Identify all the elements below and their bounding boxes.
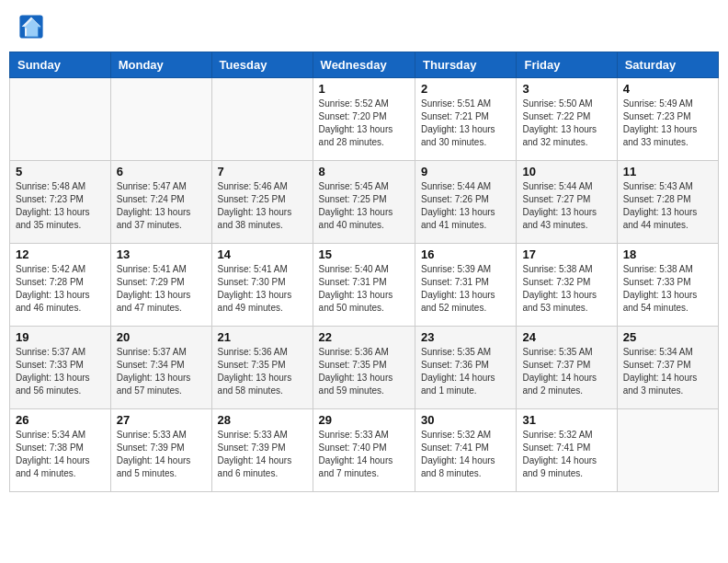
day-number: 15 — [319, 247, 409, 261]
day-info: Sunrise: 5:33 AM Sunset: 7:39 PM Dayligh… — [117, 429, 206, 480]
day-info: Sunrise: 5:52 AM Sunset: 7:20 PM Dayligh… — [319, 98, 409, 149]
day-number: 30 — [421, 413, 510, 427]
day-number: 31 — [522, 413, 610, 427]
day-number: 19 — [16, 330, 105, 344]
day-info: Sunrise: 5:43 AM Sunset: 7:28 PM Dayligh… — [623, 180, 712, 232]
calendar-cell: 22Sunrise: 5:36 AM Sunset: 7:35 PM Dayli… — [313, 327, 415, 409]
weekday-header-sunday: Sunday — [10, 52, 111, 78]
day-info: Sunrise: 5:51 AM Sunset: 7:21 PM Dayligh… — [421, 98, 510, 149]
day-info: Sunrise: 5:44 AM Sunset: 7:26 PM Dayligh… — [421, 180, 510, 232]
calendar-cell: 28Sunrise: 5:33 AM Sunset: 7:39 PM Dayli… — [211, 409, 313, 492]
calendar-cell: 10Sunrise: 5:44 AM Sunset: 7:27 PM Dayli… — [517, 161, 617, 244]
day-number: 12 — [16, 247, 105, 261]
calendar-cell — [211, 78, 313, 161]
day-number: 22 — [319, 330, 409, 344]
day-number: 16 — [421, 247, 510, 261]
logo-icon — [18, 14, 44, 40]
day-info: Sunrise: 5:48 AM Sunset: 7:23 PM Dayligh… — [16, 180, 105, 232]
calendar-cell: 9Sunrise: 5:44 AM Sunset: 7:26 PM Daylig… — [415, 161, 517, 244]
calendar-table: SundayMondayTuesdayWednesdayThursdayFrid… — [9, 52, 719, 492]
day-number: 29 — [319, 413, 409, 427]
day-number: 4 — [623, 82, 712, 96]
calendar-cell: 7Sunrise: 5:46 AM Sunset: 7:25 PM Daylig… — [211, 161, 313, 244]
calendar-cell: 26Sunrise: 5:34 AM Sunset: 7:38 PM Dayli… — [10, 409, 111, 492]
calendar-week-row: 5Sunrise: 5:48 AM Sunset: 7:23 PM Daylig… — [10, 161, 719, 244]
calendar-cell: 31Sunrise: 5:32 AM Sunset: 7:41 PM Dayli… — [517, 409, 617, 492]
day-number: 28 — [218, 413, 307, 427]
calendar-cell — [617, 409, 718, 492]
weekday-header-tuesday: Tuesday — [211, 52, 313, 78]
day-info: Sunrise: 5:39 AM Sunset: 7:31 PM Dayligh… — [421, 263, 510, 315]
weekday-header-thursday: Thursday — [415, 52, 517, 78]
day-number: 18 — [623, 247, 712, 261]
calendar-cell: 30Sunrise: 5:32 AM Sunset: 7:41 PM Dayli… — [415, 409, 517, 492]
day-info: Sunrise: 5:41 AM Sunset: 7:30 PM Dayligh… — [218, 263, 307, 315]
weekday-header-friday: Friday — [517, 52, 617, 78]
calendar-week-row: 19Sunrise: 5:37 AM Sunset: 7:33 PM Dayli… — [10, 327, 719, 409]
day-number: 17 — [522, 247, 610, 261]
calendar-cell: 8Sunrise: 5:45 AM Sunset: 7:25 PM Daylig… — [313, 161, 415, 244]
day-info: Sunrise: 5:45 AM Sunset: 7:25 PM Dayligh… — [319, 180, 409, 232]
calendar-cell: 14Sunrise: 5:41 AM Sunset: 7:30 PM Dayli… — [211, 244, 313, 327]
day-number: 27 — [117, 413, 206, 427]
day-info: Sunrise: 5:35 AM Sunset: 7:37 PM Dayligh… — [522, 346, 610, 397]
day-info: Sunrise: 5:32 AM Sunset: 7:41 PM Dayligh… — [522, 429, 610, 480]
day-number: 23 — [421, 330, 510, 344]
calendar-cell: 4Sunrise: 5:49 AM Sunset: 7:23 PM Daylig… — [617, 78, 718, 161]
day-info: Sunrise: 5:32 AM Sunset: 7:41 PM Dayligh… — [421, 429, 510, 480]
calendar-cell: 3Sunrise: 5:50 AM Sunset: 7:22 PM Daylig… — [517, 78, 617, 161]
day-info: Sunrise: 5:50 AM Sunset: 7:22 PM Dayligh… — [522, 98, 610, 149]
day-number: 1 — [319, 82, 409, 96]
day-info: Sunrise: 5:35 AM Sunset: 7:36 PM Dayligh… — [421, 346, 510, 397]
day-info: Sunrise: 5:40 AM Sunset: 7:31 PM Dayligh… — [319, 263, 409, 315]
day-info: Sunrise: 5:41 AM Sunset: 7:29 PM Dayligh… — [117, 263, 206, 315]
day-number: 20 — [117, 330, 206, 344]
day-info: Sunrise: 5:46 AM Sunset: 7:25 PM Dayligh… — [218, 180, 307, 232]
calendar-week-row: 1Sunrise: 5:52 AM Sunset: 7:20 PM Daylig… — [10, 78, 719, 161]
day-info: Sunrise: 5:49 AM Sunset: 7:23 PM Dayligh… — [623, 98, 712, 149]
day-info: Sunrise: 5:34 AM Sunset: 7:37 PM Dayligh… — [623, 346, 712, 397]
calendar-cell: 19Sunrise: 5:37 AM Sunset: 7:33 PM Dayli… — [10, 327, 111, 409]
calendar-cell: 25Sunrise: 5:34 AM Sunset: 7:37 PM Dayli… — [617, 327, 718, 409]
day-info: Sunrise: 5:42 AM Sunset: 7:28 PM Dayligh… — [16, 263, 105, 315]
day-info: Sunrise: 5:38 AM Sunset: 7:33 PM Dayligh… — [623, 263, 712, 315]
day-number: 10 — [522, 165, 610, 178]
day-info: Sunrise: 5:36 AM Sunset: 7:35 PM Dayligh… — [218, 346, 307, 397]
day-number: 6 — [117, 165, 206, 178]
logo — [18, 14, 46, 40]
calendar-cell: 16Sunrise: 5:39 AM Sunset: 7:31 PM Dayli… — [415, 244, 517, 327]
calendar-week-row: 12Sunrise: 5:42 AM Sunset: 7:28 PM Dayli… — [10, 244, 719, 327]
day-info: Sunrise: 5:37 AM Sunset: 7:33 PM Dayligh… — [16, 346, 105, 397]
day-info: Sunrise: 5:38 AM Sunset: 7:32 PM Dayligh… — [522, 263, 610, 315]
calendar-cell: 6Sunrise: 5:47 AM Sunset: 7:24 PM Daylig… — [110, 161, 211, 244]
day-info: Sunrise: 5:33 AM Sunset: 7:39 PM Dayligh… — [218, 429, 307, 480]
calendar-cell: 27Sunrise: 5:33 AM Sunset: 7:39 PM Dayli… — [110, 409, 211, 492]
day-number: 5 — [16, 165, 105, 178]
calendar-cell — [10, 78, 111, 161]
day-number: 3 — [522, 82, 610, 96]
day-info: Sunrise: 5:34 AM Sunset: 7:38 PM Dayligh… — [16, 429, 105, 480]
page-header — [9, 9, 719, 44]
weekday-header-wednesday: Wednesday — [313, 52, 415, 78]
day-info: Sunrise: 5:36 AM Sunset: 7:35 PM Dayligh… — [319, 346, 409, 397]
day-number: 2 — [421, 82, 510, 96]
day-number: 11 — [623, 165, 712, 178]
calendar-cell: 1Sunrise: 5:52 AM Sunset: 7:20 PM Daylig… — [313, 78, 415, 161]
calendar-cell: 5Sunrise: 5:48 AM Sunset: 7:23 PM Daylig… — [10, 161, 111, 244]
calendar-cell: 11Sunrise: 5:43 AM Sunset: 7:28 PM Dayli… — [617, 161, 718, 244]
day-number: 26 — [16, 413, 105, 427]
day-number: 21 — [218, 330, 307, 344]
weekday-header-saturday: Saturday — [617, 52, 718, 78]
day-info: Sunrise: 5:37 AM Sunset: 7:34 PM Dayligh… — [117, 346, 206, 397]
calendar-cell: 29Sunrise: 5:33 AM Sunset: 7:40 PM Dayli… — [313, 409, 415, 492]
day-number: 14 — [218, 247, 307, 261]
day-info: Sunrise: 5:33 AM Sunset: 7:40 PM Dayligh… — [319, 429, 409, 480]
calendar-cell: 15Sunrise: 5:40 AM Sunset: 7:31 PM Dayli… — [313, 244, 415, 327]
day-number: 24 — [522, 330, 610, 344]
calendar-cell: 17Sunrise: 5:38 AM Sunset: 7:32 PM Dayli… — [517, 244, 617, 327]
calendar-cell: 20Sunrise: 5:37 AM Sunset: 7:34 PM Dayli… — [110, 327, 211, 409]
calendar-cell: 12Sunrise: 5:42 AM Sunset: 7:28 PM Dayli… — [10, 244, 111, 327]
calendar-cell: 21Sunrise: 5:36 AM Sunset: 7:35 PM Dayli… — [211, 327, 313, 409]
calendar-cell: 18Sunrise: 5:38 AM Sunset: 7:33 PM Dayli… — [617, 244, 718, 327]
calendar-header-row: SundayMondayTuesdayWednesdayThursdayFrid… — [10, 52, 719, 78]
